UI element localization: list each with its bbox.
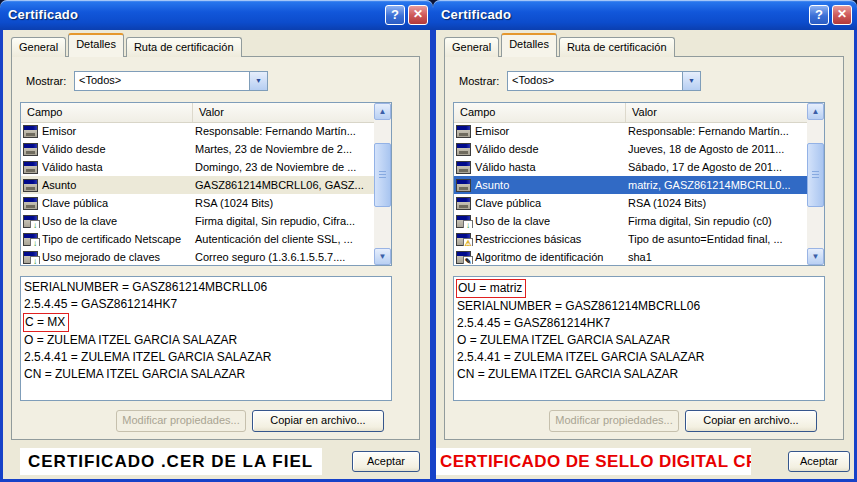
show-filter-label: Mostrar: [459, 75, 499, 87]
copy-to-file-button[interactable]: Copiar en archivo... [252, 410, 384, 432]
tab-detalles[interactable]: Detalles [501, 33, 557, 57]
show-filter-value: <Todos> [75, 72, 249, 90]
scrollbar-thumb[interactable] [807, 143, 824, 207]
scrollbar-thumb[interactable] [374, 143, 391, 207]
question-mark-icon: ? [391, 7, 399, 22]
field-value-cell: Jueves, 18 de Agosto de 2011... [626, 143, 807, 155]
close-button[interactable]: ✕ [832, 5, 852, 25]
field-value-cell: Sábado, 17 de Agosto de 201... [626, 161, 807, 173]
accept-button[interactable]: Aceptar [788, 451, 850, 472]
help-button[interactable]: ? [385, 5, 405, 25]
tab-general[interactable]: General [444, 37, 499, 57]
column-header-valor[interactable]: Valor [626, 103, 807, 122]
detail-line-highlighted: C = MX [23, 313, 69, 332]
certificate-field-icon [456, 197, 471, 210]
critical-extension-icon: ⚠ [456, 233, 471, 246]
scroll-up-button[interactable]: ▲ [374, 103, 391, 120]
detail-line: CN = ZULEMA ITZEL GARCIA SALAZAR [457, 366, 678, 383]
pencil-icon: ✎ [463, 256, 473, 264]
column-header-valor[interactable]: Valor [193, 103, 374, 122]
field-value-cell: RSA (1024 Bits) [626, 197, 807, 209]
field-name-cell: Válido hasta [475, 161, 536, 173]
green-down-arrow-icon: ↓ [30, 238, 40, 246]
table-row[interactable]: Válido hasta Domingo, 23 de Noviembre de… [21, 158, 374, 176]
certificate-extension-icon: ↓ [456, 215, 471, 228]
table-row[interactable]: ⚠Restricciones básicas Tipo de asunto=En… [454, 230, 807, 248]
scroll-up-button[interactable]: ▲ [807, 103, 824, 120]
table-row[interactable]: ↓Tipo de certificado Netscape Autenticac… [21, 230, 374, 248]
table-row[interactable]: ↓Uso de la clave Firma digital, Sin repu… [21, 212, 374, 230]
signature-algorithm-icon: ✎ [456, 251, 471, 264]
show-filter-value: <Todos> [508, 72, 682, 90]
details-text-area[interactable]: OU = matriz SERIALNUMBER = GASZ861214MBC… [453, 276, 825, 401]
details-text-area[interactable]: SERIALNUMBER = GASZ861214MBCRLL06 2.5.4.… [20, 276, 392, 401]
dialog-body: General Detalles Ruta de certificación M… [0, 30, 433, 482]
field-name-cell: Emisor [42, 125, 76, 137]
close-icon: ✕ [837, 7, 847, 21]
table-row[interactable]: Válido hasta Sábado, 17 de Agosto de 201… [454, 158, 807, 176]
title-bar[interactable]: Certificado ? ✕ [433, 0, 857, 30]
table-row[interactable]: Válido desde Martes, 23 de Noviembre de … [21, 140, 374, 158]
detail-line: O = ZULEMA ITZEL GARCIA SALAZAR [24, 332, 237, 349]
window-title: Certificado [441, 7, 511, 22]
field-name-cell: Uso de la clave [475, 215, 550, 227]
title-bar[interactable]: Certificado ? ✕ [0, 0, 433, 30]
show-filter-label: Mostrar: [26, 75, 66, 87]
combo-dropdown-button[interactable]: ▼ [249, 72, 267, 90]
tab-ruta-certificacion[interactable]: Ruta de certificación [559, 37, 675, 57]
column-header-campo[interactable]: Campo [21, 103, 193, 122]
tab-general[interactable]: General [11, 37, 66, 57]
detail-line: SERIALNUMBER = GASZ861214MBCRLL06 [457, 298, 700, 315]
show-filter-select[interactable]: <Todos> ▼ [74, 71, 268, 91]
detail-line-highlighted: OU = matriz [456, 279, 526, 298]
table-row[interactable]: Clave pública RSA (1024 Bits) [21, 194, 374, 212]
field-value-cell: Firma digital, Sin repudio, Cifra... [193, 215, 374, 227]
table-row[interactable]: ↓Uso de la clave Firma digital, Sin repu… [454, 212, 807, 230]
table-row[interactable]: Clave pública RSA (1024 Bits) [454, 194, 807, 212]
field-value-cell: Autenticación del cliente SSL, ... [193, 233, 374, 245]
combo-dropdown-button[interactable]: ▼ [682, 72, 700, 90]
field-name-cell: Emisor [475, 125, 509, 137]
table-row[interactable]: ↓Uso mejorado de claves Correo seguro (1… [21, 248, 374, 265]
table-row[interactable]: Emisor Responsable: Fernando Martín... [454, 122, 807, 140]
scrollbar[interactable]: ▲ ▼ [374, 103, 391, 265]
close-icon: ✕ [413, 7, 423, 21]
field-value-cell: Domingo, 23 de Noviembre de ... [193, 161, 374, 173]
certificate-field-icon [456, 161, 471, 174]
table-row-selected[interactable]: Asunto matriz, GASZ861214MBCRLL0... [454, 176, 807, 194]
table-header: Campo Valor [21, 103, 374, 123]
copy-to-file-button[interactable]: Copiar en archivo... [685, 410, 817, 432]
show-filter-select[interactable]: <Todos> ▼ [507, 71, 701, 91]
annotation-caption: CERTIFICADO .CER DE LA FIEL [20, 448, 322, 475]
field-name-cell: Asunto [42, 179, 76, 191]
certificate-extension-icon: ↓ [23, 233, 38, 246]
scroll-down-button[interactable]: ▼ [807, 248, 824, 265]
table-rows: Emisor Responsable: Fernando Martín... V… [21, 122, 374, 265]
field-value-cell: matriz, GASZ861214MBCRLL0... [626, 179, 807, 191]
tab-detalles[interactable]: Detalles [68, 33, 124, 57]
scrollbar[interactable]: ▲ ▼ [807, 103, 824, 265]
detail-line: SERIALNUMBER = GASZ861214MBCRLL06 [24, 279, 267, 296]
table-rows: Emisor Responsable: Fernando Martín... V… [454, 122, 807, 265]
detail-line: 2.5.4.41 = ZULEMA ITZEL GARCIA SALAZAR [457, 349, 704, 366]
table-row[interactable]: ✎Algoritmo de identificación sha1 [454, 248, 807, 265]
field-name-cell: Restricciones básicas [475, 233, 581, 245]
question-mark-icon: ? [815, 7, 823, 22]
scroll-down-button[interactable]: ▼ [374, 248, 391, 265]
table-row[interactable]: Emisor Responsable: Fernando Martín... [21, 122, 374, 140]
field-value-cell: Responsable: Fernando Martín... [626, 125, 807, 137]
accept-button[interactable]: Aceptar [352, 451, 420, 472]
column-header-campo[interactable]: Campo [454, 103, 626, 122]
annotation-caption: CERTIFICADO DE SELLO DIGITAL CFD [436, 448, 751, 475]
field-name-cell: Válido hasta [42, 161, 103, 173]
table-row[interactable]: Válido desde Jueves, 18 de Agosto de 201… [454, 140, 807, 158]
close-button[interactable]: ✕ [408, 5, 428, 25]
modify-properties-button: Modificar propiedades... [116, 410, 246, 432]
tab-ruta-certificacion[interactable]: Ruta de certificación [126, 37, 242, 57]
detail-line: O = ZULEMA ITZEL GARCIA SALAZAR [457, 332, 670, 349]
field-value-cell: Responsable: Fernando Martín... [193, 125, 374, 137]
field-name-cell: Algoritmo de identificación [475, 251, 603, 263]
field-value-cell: Correo seguro (1.3.6.1.5.5.7.... [193, 251, 374, 263]
help-button[interactable]: ? [809, 5, 829, 25]
table-row-selected[interactable]: Asunto GASZ861214MBCRLL06, GASZ... [21, 176, 374, 194]
